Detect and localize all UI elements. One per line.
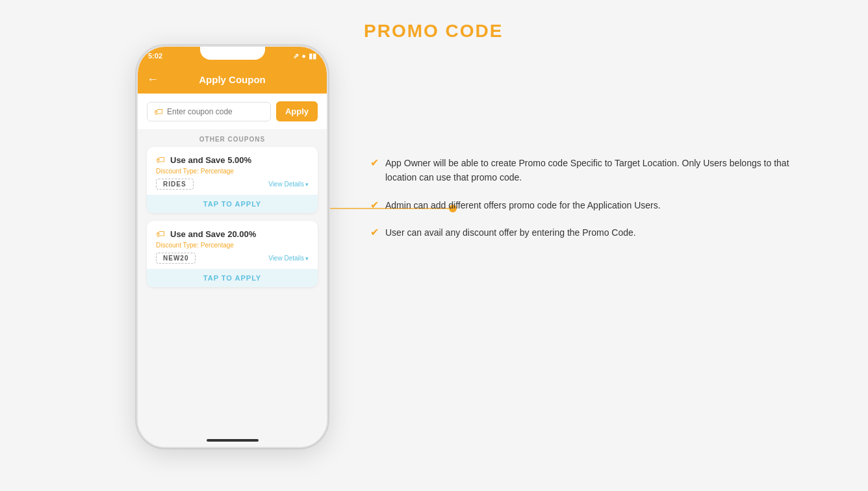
- status-time: 5:02: [148, 52, 162, 60]
- check-icon-1: ✔: [370, 157, 379, 169]
- check-icon-3: ✔: [370, 226, 379, 238]
- coupon-card-icon-1: 🏷: [156, 155, 165, 165]
- check-icon-2: ✔: [370, 199, 379, 211]
- coupon-code-badge-1: RIDES: [156, 179, 194, 190]
- other-coupons-label: OTHER COUPONS: [138, 131, 327, 147]
- bullet-text-3: User can avail any discount offer by ent…: [385, 225, 636, 240]
- view-details-2[interactable]: View Details ▾: [268, 255, 309, 262]
- home-indicator: [207, 439, 259, 442]
- discount-type-1: Discount Type: Percentage: [156, 168, 309, 175]
- header-title: Apply Coupon: [199, 74, 265, 85]
- bullet-item-2: ✔ Admin can add different offers promo c…: [370, 198, 812, 212]
- coupon-icon: 🏷: [154, 107, 163, 117]
- coupon-input-wrap: 🏷: [147, 102, 271, 121]
- screen-content: 🏷 Apply OTHER COUPONS 🏷 Use and Save 5.0…: [138, 94, 327, 447]
- back-button[interactable]: ←: [147, 73, 159, 86]
- coupon-card-1: 🏷 Use and Save 5.00% Discount Type: Perc…: [147, 147, 318, 213]
- bullet-text-1: App Owner will be able to create Promo c…: [385, 156, 812, 185]
- coupon-input-row: 🏷 Apply: [138, 94, 327, 129]
- tap-to-apply-2[interactable]: TAP TO APPLY: [147, 269, 318, 287]
- phone-mockup: 5:02 ⇗ ● ▮▮ ← Apply Coupon 🏷 Apply: [136, 45, 328, 448]
- coupon-code-input[interactable]: [167, 107, 264, 116]
- phone-notch: [200, 47, 265, 60]
- view-details-1[interactable]: View Details ▾: [268, 181, 309, 188]
- coupon-code-badge-2: NEW20: [156, 253, 196, 264]
- bullet-item-3: ✔ User can avail any discount offer by e…: [370, 225, 812, 240]
- discount-type-2: Discount Type: Percentage: [156, 242, 309, 249]
- app-header: ← Apply Coupon: [138, 65, 327, 94]
- tap-to-apply-1[interactable]: TAP TO APPLY: [147, 195, 318, 213]
- bullet-text-2: Admin can add different offers promo cod…: [385, 198, 661, 212]
- page-title: PROMO CODE: [364, 21, 503, 42]
- annotation-section: ✔ App Owner will be able to create Promo…: [370, 156, 812, 240]
- bullet-list: ✔ App Owner will be able to create Promo…: [370, 156, 812, 240]
- coupon-title-1: Use and Save 5.00%: [170, 155, 251, 165]
- status-icons: ⇗ ● ▮▮: [293, 52, 316, 60]
- apply-button[interactable]: Apply: [276, 101, 318, 121]
- bullet-item-1: ✔ App Owner will be able to create Promo…: [370, 156, 812, 185]
- coupon-card-icon-2: 🏷: [156, 229, 165, 239]
- coupon-title-2: Use and Save 20.00%: [170, 229, 256, 239]
- coupon-card-2: 🏷 Use and Save 20.00% Discount Type: Per…: [147, 221, 318, 287]
